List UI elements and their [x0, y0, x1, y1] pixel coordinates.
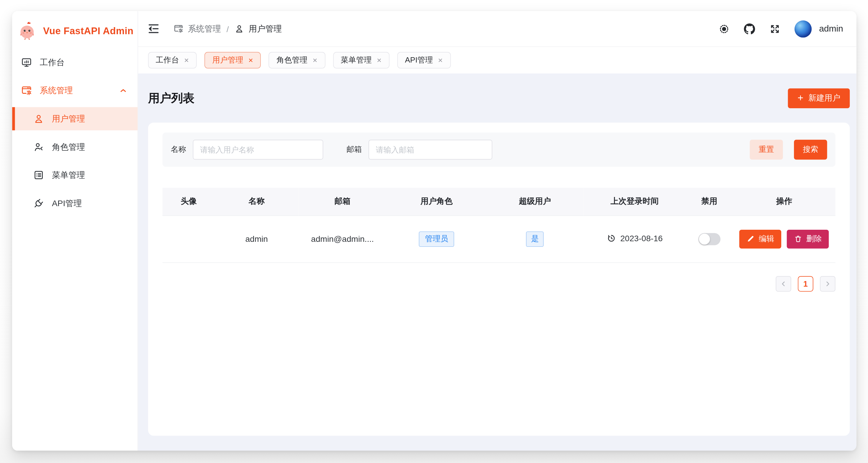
- pagination: 1: [162, 276, 836, 291]
- chevron-up-icon: [119, 86, 128, 95]
- window-gear-icon: [174, 24, 184, 34]
- last-login-value: 2023-08-16: [620, 233, 663, 243]
- sidebar-item-role-mgmt[interactable]: 角色管理: [12, 135, 137, 159]
- tab-close-icon[interactable]: ✕: [438, 57, 443, 63]
- sidebar-item-user-mgmt[interactable]: 用户管理: [12, 107, 137, 130]
- topbar-actions: admin: [718, 20, 843, 37]
- table-header-row: 头像 名称 邮箱 用户角色 超级用户 上次登录时间 禁用 操作: [162, 188, 836, 216]
- cell-email: admin@admin....: [298, 215, 386, 262]
- tab-role-mgmt[interactable]: 角色管理 ✕: [269, 52, 325, 68]
- content-area: 用户列表 + 新建用户 名称 邮箱 重置 搜索: [138, 73, 857, 451]
- tab-close-icon[interactable]: ✕: [312, 57, 317, 63]
- edit-button-label: 编辑: [759, 234, 774, 244]
- tab-label: 用户管理: [212, 55, 243, 65]
- sidebar: Vue FastAPI Admin 工作台: [12, 11, 138, 451]
- tab-label: API管理: [405, 55, 433, 65]
- sidebar-item-label: API管理: [52, 198, 82, 208]
- filter-actions: 重置 搜索: [750, 140, 827, 160]
- pagination-next-button[interactable]: [820, 276, 835, 291]
- tab-workbench[interactable]: 工作台 ✕: [148, 52, 197, 68]
- breadcrumb-separator: /: [226, 24, 229, 33]
- chevron-left-icon: [779, 280, 787, 288]
- sidebar-item-label: 工作台: [40, 57, 65, 68]
- cell-last-login: 2023-08-16: [583, 215, 686, 262]
- tab-menu-mgmt[interactable]: 菜单管理 ✕: [333, 52, 390, 68]
- breadcrumb-label: 用户管理: [249, 24, 282, 34]
- toggle-knob: [699, 233, 710, 244]
- page-title: 用户列表: [148, 90, 194, 106]
- superuser-tag: 是: [526, 231, 544, 246]
- sidebar-item-system-mgmt[interactable]: 系统管理: [12, 79, 137, 102]
- sidebar-item-menu-mgmt[interactable]: 菜单管理: [12, 163, 137, 187]
- page-header: 用户列表 + 新建用户: [148, 73, 850, 123]
- sidebar-menu: 工作台 系统管理: [12, 51, 137, 220]
- plus-icon: +: [798, 93, 803, 103]
- cell-disabled: [686, 215, 733, 262]
- column-header-last-login: 上次登录时间: [583, 188, 686, 216]
- tab-label: 菜单管理: [341, 55, 372, 65]
- user-icon: [33, 113, 44, 124]
- column-header-disabled: 禁用: [686, 188, 733, 216]
- user-list-card: 名称 邮箱 重置 搜索: [148, 123, 850, 436]
- theme-toggle-sun-icon[interactable]: [718, 23, 730, 34]
- edit-button[interactable]: 编辑: [739, 229, 781, 248]
- delete-button[interactable]: 删除: [787, 229, 829, 248]
- search-button[interactable]: 搜索: [794, 140, 827, 160]
- github-icon[interactable]: [744, 23, 755, 34]
- pencil-icon: [746, 235, 755, 243]
- sidebar-item-workbench[interactable]: 工作台: [12, 51, 137, 74]
- table-row: admin admin@admin.... 管理员 是: [162, 215, 836, 262]
- app-logo[interactable]: Vue FastAPI Admin: [12, 11, 137, 51]
- user-role-icon: [33, 141, 44, 152]
- tab-bar: 工作台 ✕ 用户管理 ✕ 角色管理 ✕ 菜单管理 ✕ API管理 ✕: [138, 47, 857, 73]
- user-table: 头像 名称 邮箱 用户角色 超级用户 上次登录时间 禁用 操作: [162, 188, 836, 263]
- sidebar-item-label: 用户管理: [52, 113, 85, 124]
- new-user-button[interactable]: + 新建用户: [788, 88, 850, 108]
- role-tag: 管理员: [419, 231, 454, 246]
- column-header-superuser: 超级用户: [487, 188, 584, 216]
- menu-list-icon: [33, 170, 44, 180]
- topbar: 系统管理 / 用户管理: [138, 11, 857, 47]
- breadcrumb-user-mgmt[interactable]: 用户管理: [234, 24, 282, 34]
- name-filter-label: 名称: [171, 145, 186, 155]
- monitor-icon: [21, 57, 32, 68]
- app-window: Vue FastAPI Admin 工作台: [12, 11, 856, 451]
- pagination-page-1[interactable]: 1: [798, 276, 813, 291]
- user-avatar[interactable]: [795, 20, 812, 37]
- new-user-button-label: 新建用户: [808, 93, 841, 103]
- tab-api-mgmt[interactable]: API管理 ✕: [397, 52, 451, 68]
- column-header-role: 用户角色: [387, 188, 487, 216]
- sidebar-item-api-mgmt[interactable]: API管理: [12, 192, 137, 215]
- column-header-actions: 操作: [733, 188, 835, 216]
- fullscreen-icon[interactable]: [770, 23, 781, 34]
- tab-close-icon[interactable]: ✕: [248, 57, 253, 63]
- email-filter-label: 邮箱: [346, 145, 362, 155]
- chevron-right-icon: [824, 280, 831, 288]
- breadcrumb-label: 系统管理: [188, 24, 221, 34]
- app-title: Vue FastAPI Admin: [43, 25, 133, 37]
- name-filter-input[interactable]: [193, 140, 323, 160]
- tab-close-icon[interactable]: ✕: [377, 57, 382, 63]
- tab-close-icon[interactable]: ✕: [184, 57, 189, 63]
- user-icon: [234, 24, 244, 34]
- column-header-avatar: 头像: [162, 188, 215, 216]
- delete-button-label: 删除: [806, 234, 822, 244]
- plug-icon: [33, 198, 44, 208]
- tab-user-mgmt[interactable]: 用户管理 ✕: [205, 52, 261, 68]
- cell-name: admin: [215, 215, 298, 262]
- window-gear-icon: [21, 85, 32, 96]
- breadcrumb-system-mgmt[interactable]: 系统管理: [174, 24, 221, 34]
- disable-toggle[interactable]: [699, 233, 720, 245]
- tab-label: 工作台: [156, 55, 179, 65]
- email-filter-input[interactable]: [369, 140, 492, 160]
- username-label[interactable]: admin: [819, 24, 843, 34]
- history-clock-icon: [607, 233, 616, 243]
- chicken-logo-icon: [17, 20, 37, 41]
- column-header-email: 邮箱: [298, 188, 386, 216]
- pagination-prev-button[interactable]: [776, 276, 791, 291]
- column-header-name: 名称: [215, 188, 298, 216]
- sidebar-item-label: 菜单管理: [52, 170, 85, 180]
- cell-role: 管理员: [387, 215, 487, 262]
- collapse-sidebar-icon[interactable]: [147, 22, 160, 35]
- reset-button[interactable]: 重置: [750, 140, 783, 160]
